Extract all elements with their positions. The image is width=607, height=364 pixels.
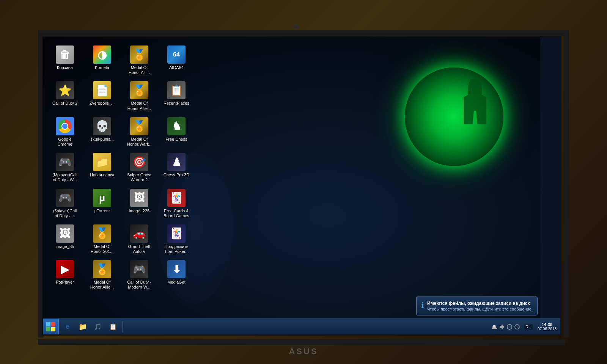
icon-image-kometa: ◑ (93, 46, 111, 64)
taskbar-explorer-icon[interactable]: 📁 (75, 320, 90, 334)
icon-image-trash: 🗑 (56, 46, 74, 64)
icon-image-recentplaces: 📋 (167, 81, 186, 99)
start-button[interactable] (43, 319, 59, 335)
desktop-icon-medal-warf[interactable]: 🏅 Medal Of Honor.Warf... (124, 116, 154, 148)
desktop-icon-mplayer-cod[interactable]: 🎮 (Mplayer)Call of Duty - W... (50, 151, 80, 184)
language-indicator[interactable]: RU (524, 324, 533, 329)
right-sidebar (541, 37, 560, 321)
taskbar-office-icon[interactable]: 📋 (106, 320, 120, 334)
desktop-icon-recentplaces[interactable]: 📋 RecentPlaces (161, 80, 192, 112)
icon-image-mediaget: ⬇ (167, 260, 186, 278)
desktop-icon-callofduty2[interactable]: ⭐ Call of Duty 2 (50, 80, 80, 112)
notification-title: Имеются файлы, ожидающие записи на диск (427, 301, 533, 306)
system-tray: ! (489, 324, 522, 330)
laptop-bezel-right (563, 30, 569, 337)
taskbar-quick-launch: e 📁 🎵 📋 (59, 320, 489, 334)
icon-label-splayer-cod: (5player)Call of Duty - ... (51, 209, 79, 218)
desktop-icon-medal201[interactable]: 🏅 Medal Of Honor 201... (87, 223, 117, 256)
desktop-icon-zveropolis[interactable]: 📄 Zveropolis_... (87, 80, 117, 112)
icon-image-cards: 🃏 (167, 189, 186, 207)
desktop-icon-skull[interactable]: 💀 skull-punis... (87, 116, 117, 148)
icon-label-medal-alli2: Medal Of Honor Allie... (126, 101, 153, 111)
icon-image-callofduty2: ⭐ (56, 81, 74, 99)
tray-volume-icon[interactable] (499, 324, 505, 330)
icon-grid: 🗑 Корзина ◑ Kometa 🏅 Medal Of Honor Alli… (47, 41, 206, 295)
desktop-icon-aida64[interactable]: 64 AIDA64 (161, 44, 192, 77)
svg-rect-1 (492, 326, 496, 328)
icon-label-freechess: Free Chess (166, 137, 187, 142)
icon-label-sniper: Sniper Ghost Warrior 2 (126, 173, 153, 182)
svg-rect-2 (493, 325, 495, 326)
desktop-icon-image85[interactable]: 🖼 image_85 (50, 223, 80, 256)
notification-balloon[interactable]: ℹ Имеются файлы, ожидающие записи на дис… (416, 297, 538, 315)
desktop-icon-medalalie[interactable]: 🏅 Medal Of Honor Allie... (87, 259, 117, 291)
notification-icon: ℹ (421, 301, 424, 310)
windows-logo (46, 322, 55, 331)
desktop-icon-cards[interactable]: 🃏 Free Cards & Board Games (161, 187, 192, 220)
clock-date: 07.06.2018 (538, 327, 557, 331)
desktop-icon-splayer-cod[interactable]: 🎮 (5player)Call of Duty - ... (50, 187, 80, 220)
notification-text: Имеются файлы, ожидающие записи на диск … (427, 301, 533, 311)
taskbar-separator (123, 321, 123, 333)
icon-label-newfolder: Новая папка (90, 173, 114, 177)
desktop-icon-chess3d[interactable]: ♟ Chess Pro 3D (161, 151, 192, 184)
tray-network-icon[interactable] (491, 324, 497, 330)
taskbar-right-area: ! RU 14:39 07.06.2018 (489, 322, 561, 331)
desktop-icon-codmodern[interactable]: 🎮 Call of Duty - Modern W... (124, 259, 154, 291)
tray-extra1[interactable]: ! (514, 324, 520, 330)
notification-description: Чтобы просмотреть файлы, щёлкните это со… (427, 307, 533, 311)
icon-label-kometa: Kometa (95, 65, 109, 70)
desktop-icon-image226[interactable]: 🖼 image_226 (124, 187, 154, 220)
desktop-icon-medal-alli1[interactable]: 🏅 Medal Of Honor Alli... (124, 44, 154, 77)
taskbar-media-icon[interactable]: 🎵 (91, 320, 105, 334)
desktop-icon-newfolder[interactable]: 📁 Новая папка (87, 151, 117, 184)
desktop-icon-trash[interactable]: 🗑 Корзина (50, 44, 80, 77)
icon-image-codmodern: 🎮 (130, 260, 148, 278)
desktop-icon-kometa[interactable]: ◑ Kometa (87, 44, 117, 77)
icon-image-zveropolis: 📄 (93, 81, 111, 99)
desktop-icon-medal-alli2[interactable]: 🏅 Medal Of Honor Allie... (124, 80, 154, 112)
icon-label-medal-alli1: Medal Of Honor Alli... (126, 65, 153, 75)
icon-label-medal201: Medal Of Honor 201... (88, 244, 116, 254)
laptop-bezel-bottom (38, 339, 565, 345)
icon-label-chrome: Google Chrome (51, 137, 79, 147)
icon-label-codmodern: Call of Duty - Modern W... (126, 280, 153, 290)
icon-image-image226: 🖼 (130, 189, 148, 207)
night-vision-display (405, 67, 503, 166)
desktop-icon-chrome[interactable]: Google Chrome (50, 116, 80, 148)
icon-label-titan: Продолжить Titan Poker... (163, 244, 190, 254)
desktop-icon-sniper[interactable]: 🎯 Sniper Ghost Warrior 2 (124, 151, 154, 184)
icon-image-medal201: 🏅 (93, 224, 111, 243)
icon-image-image85: 🖼 (56, 224, 74, 243)
icon-label-chess3d: Chess Pro 3D (164, 173, 189, 177)
svg-marker-3 (500, 325, 503, 329)
desktop-icons-area: 🗑 Корзина ◑ Kometa 🏅 Medal Of Honor Alli… (47, 41, 206, 322)
desktop-icon-utorrent[interactable]: µ µTorrent (87, 187, 117, 220)
desktop-icon-titan[interactable]: 🃏 Продолжить Titan Poker... (161, 223, 192, 256)
taskbar-ie-icon[interactable]: e (60, 320, 75, 334)
tray-security-icon[interactable] (506, 324, 513, 330)
icon-image-sniper: 🎯 (130, 153, 148, 171)
icon-label-cards: Free Cards & Board Games (163, 209, 190, 218)
icon-label-mplayer-cod: (Mplayer)Call of Duty - W... (51, 173, 79, 182)
icon-label-aida64: AIDA64 (169, 65, 184, 70)
desktop-icon-mediaget[interactable]: ⬇ MediaGet (161, 259, 192, 291)
icon-label-mediaget: MediaGet (167, 280, 186, 285)
icon-image-utorrent: µ (93, 189, 111, 207)
icon-label-gta5: Grand Theft Auto V (126, 244, 153, 254)
icon-label-trash: Корзина (57, 65, 73, 70)
taskbar: e 📁 🎵 📋 (43, 318, 561, 334)
icon-label-image226: image_226 (129, 209, 149, 213)
laptop-bezel-top (38, 30, 565, 36)
clock-time: 14:39 (538, 322, 557, 327)
desktop-icon-gta5[interactable]: 🚗 Grand Theft Auto V (124, 223, 154, 256)
system-clock: 14:39 07.06.2018 (535, 322, 560, 331)
icon-image-medalalie: 🏅 (93, 260, 111, 278)
icon-image-medal-alli1: 🏅 (130, 46, 148, 64)
icon-image-chrome (56, 117, 74, 135)
icon-image-potplayer: ▶ (56, 260, 74, 278)
desktop-icon-freechess[interactable]: ♞ Free Chess (161, 116, 192, 148)
icon-image-freechess: ♞ (167, 117, 186, 135)
desktop-icon-potplayer[interactable]: ▶ PotPlayer (50, 259, 80, 291)
icon-image-gta5: 🚗 (130, 224, 148, 243)
